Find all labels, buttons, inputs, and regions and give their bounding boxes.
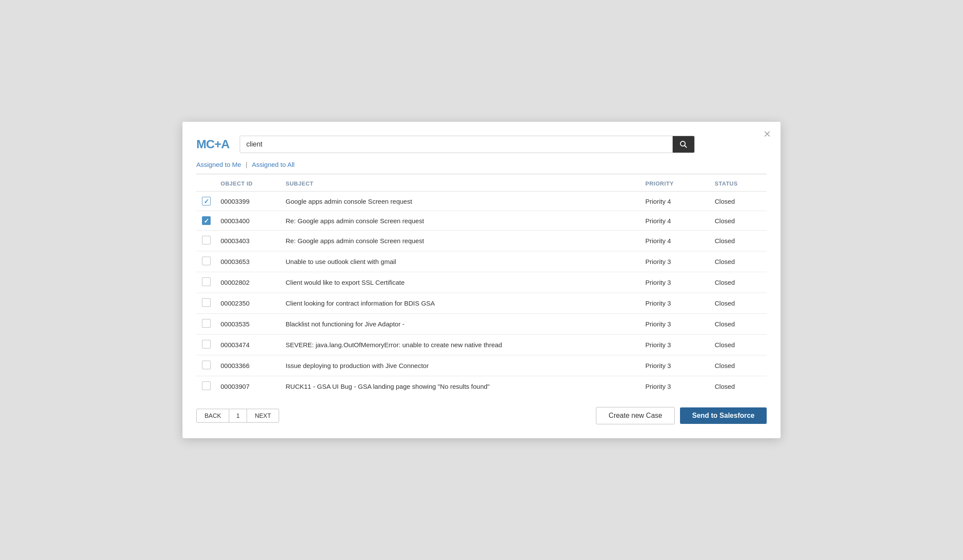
cell-status: Closed: [710, 211, 767, 231]
checkmark-icon: ✓: [204, 198, 209, 205]
table-row: 00003366 Issue deploying to production w…: [196, 355, 767, 376]
pagination: BACK 1 NEXT: [196, 409, 279, 423]
table-container: OBJECT ID SUBJECT PRIORITY STATUS ✓ 0000…: [196, 174, 767, 397]
row-checkbox[interactable]: [202, 340, 211, 348]
cell-checkbox[interactable]: [196, 272, 216, 293]
cell-checkbox[interactable]: ✓: [196, 211, 216, 231]
cell-priority: Priority 3: [641, 293, 710, 314]
row-checkbox[interactable]: [202, 298, 211, 307]
cell-subject: SEVERE: java.lang.OutOfMemoryError: unab…: [281, 335, 641, 355]
cell-id: 00002350: [216, 293, 281, 314]
logo-mc: MC: [196, 137, 215, 151]
cell-checkbox[interactable]: [196, 231, 216, 251]
cell-priority: Priority 3: [641, 272, 710, 293]
col-header-subject: SUBJECT: [281, 174, 641, 192]
cell-status: Closed: [710, 272, 767, 293]
col-header-priority: PRIORITY: [641, 174, 710, 192]
table-row: 00003403 Re: Google apps admin console S…: [196, 231, 767, 251]
cases-table: OBJECT ID SUBJECT PRIORITY STATUS ✓ 0000…: [196, 174, 767, 397]
col-header-status: STATUS: [710, 174, 767, 192]
cell-checkbox[interactable]: [196, 251, 216, 272]
logo: MC+A: [196, 137, 229, 151]
cell-id: 00003474: [216, 335, 281, 355]
footer-row: BACK 1 NEXT Create new Case Send to Sale…: [196, 407, 767, 424]
filter-assigned-to-me[interactable]: Assigned to Me: [196, 161, 241, 168]
logo-plus: +: [215, 137, 221, 151]
cell-priority: Priority 4: [641, 211, 710, 231]
col-header-id: OBJECT ID: [216, 174, 281, 192]
filter-separator: |: [246, 161, 247, 168]
cell-priority: Priority 4: [641, 231, 710, 251]
close-button[interactable]: ✕: [763, 130, 771, 139]
cell-id: 00003403: [216, 231, 281, 251]
cell-status: Closed: [710, 251, 767, 272]
header-row: MC+A: [196, 136, 767, 153]
cell-id: 00003400: [216, 211, 281, 231]
cell-subject: RUCK11 - GSA UI Bug - GSA landing page s…: [281, 376, 641, 397]
filter-links: Assigned to Me | Assigned to All: [196, 161, 767, 169]
table-row: 00002802 Client would like to export SSL…: [196, 272, 767, 293]
checkmark-icon: ✓: [204, 218, 209, 224]
cell-checkbox[interactable]: [196, 355, 216, 376]
row-checkbox[interactable]: ✓: [202, 197, 211, 205]
cell-id: 00003535: [216, 314, 281, 335]
create-case-button[interactable]: Create new Case: [596, 407, 675, 424]
row-checkbox[interactable]: [202, 319, 211, 328]
cell-id: 00003653: [216, 251, 281, 272]
table-row: ✓ 00003399 Google apps admin console Scr…: [196, 192, 767, 211]
cell-priority: Priority 4: [641, 192, 710, 211]
table-row: ✓ 00003400 Re: Google apps admin console…: [196, 211, 767, 231]
cell-checkbox[interactable]: [196, 293, 216, 314]
cell-status: Closed: [710, 231, 767, 251]
cell-status: Closed: [710, 314, 767, 335]
filter-assigned-to-all[interactable]: Assigned to All: [252, 161, 294, 168]
cell-priority: Priority 3: [641, 251, 710, 272]
col-header-check: [196, 174, 216, 192]
logo-a: A: [221, 137, 229, 151]
row-checkbox[interactable]: [202, 257, 211, 265]
row-checkbox[interactable]: [202, 236, 211, 244]
cell-subject: Re: Google apps admin console Screen req…: [281, 231, 641, 251]
cell-checkbox[interactable]: [196, 376, 216, 397]
cell-status: Closed: [710, 355, 767, 376]
cell-priority: Priority 3: [641, 355, 710, 376]
cell-subject: Client looking for contract information …: [281, 293, 641, 314]
cell-status: Closed: [710, 335, 767, 355]
cell-checkbox[interactable]: [196, 314, 216, 335]
cell-checkbox[interactable]: [196, 335, 216, 355]
cell-priority: Priority 3: [641, 376, 710, 397]
cell-status: Closed: [710, 376, 767, 397]
row-checkbox[interactable]: [202, 277, 211, 286]
table-row: 00002350 Client looking for contract inf…: [196, 293, 767, 314]
search-bar: [240, 136, 695, 153]
action-buttons: Create new Case Send to Salesforce: [596, 407, 767, 424]
cell-subject: Google apps admin console Screen request: [281, 192, 641, 211]
table-row: 00003907 RUCK11 - GSA UI Bug - GSA landi…: [196, 376, 767, 397]
row-checkbox[interactable]: [202, 361, 211, 369]
cell-id: 00003907: [216, 376, 281, 397]
cell-subject: Blacklist not functioning for Jive Adapt…: [281, 314, 641, 335]
search-icon: [680, 140, 687, 148]
table-row: 00003535 Blacklist not functioning for J…: [196, 314, 767, 335]
row-checkbox[interactable]: ✓: [202, 216, 211, 225]
cell-id: 00003399: [216, 192, 281, 211]
modal-container: ✕ MC+A Assigned to Me | Assigned to All …: [182, 122, 781, 438]
search-button[interactable]: [673, 136, 694, 153]
svg-line-1: [685, 146, 687, 148]
send-salesforce-button[interactable]: Send to Salesforce: [680, 407, 767, 424]
cell-priority: Priority 3: [641, 314, 710, 335]
cell-id: 00003366: [216, 355, 281, 376]
cell-subject: Re: Google apps admin console Screen req…: [281, 211, 641, 231]
cell-subject: Issue deploying to production with Jive …: [281, 355, 641, 376]
cell-id: 00002802: [216, 272, 281, 293]
page-number: 1: [229, 409, 247, 423]
cell-status: Closed: [710, 192, 767, 211]
cell-subject: Client would like to export SSL Certific…: [281, 272, 641, 293]
back-button[interactable]: BACK: [196, 409, 229, 423]
cell-checkbox[interactable]: ✓: [196, 192, 216, 211]
cell-status: Closed: [710, 293, 767, 314]
next-button[interactable]: NEXT: [247, 409, 279, 423]
search-input[interactable]: [240, 136, 673, 153]
table-row: 00003474 SEVERE: java.lang.OutOfMemoryEr…: [196, 335, 767, 355]
row-checkbox[interactable]: [202, 381, 211, 390]
